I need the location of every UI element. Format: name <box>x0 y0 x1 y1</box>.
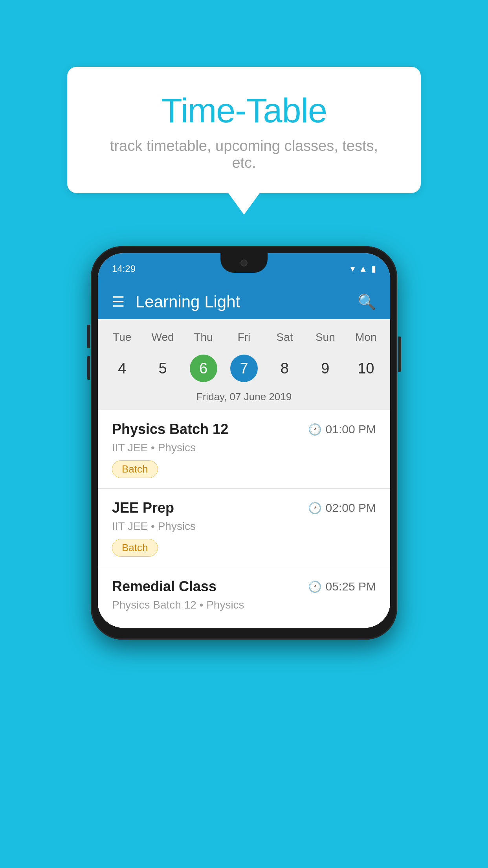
status-icons: ▾ ▲ ▮ <box>350 264 376 274</box>
app-header: ☰ Learning Light 🔍 <box>98 285 390 319</box>
volume-up-button <box>87 325 90 348</box>
class-time-3: 05:25 PM <box>326 580 376 593</box>
class-time-wrapper-1: 🕐 01:00 PM <box>308 423 376 436</box>
day-4[interactable]: 4 <box>102 351 142 385</box>
day-header-sun: Sun <box>305 327 345 348</box>
class-meta-3: Physics Batch 12 • Physics <box>112 599 376 611</box>
class-name-1: Physics Batch 12 <box>112 421 228 438</box>
day-header-thu: Thu <box>183 327 224 348</box>
clock-icon-1: 🕐 <box>308 423 322 436</box>
bubble-arrow <box>228 193 260 215</box>
day-10[interactable]: 10 <box>346 351 386 385</box>
wifi-icon: ▾ <box>350 264 355 274</box>
class-time-1: 01:00 PM <box>326 423 376 436</box>
battery-icon: ▮ <box>371 264 376 274</box>
bubble-title: Time-Table <box>99 90 389 131</box>
volume-down-button <box>87 356 90 380</box>
class-item-top-2: JEE Prep 🕐 02:00 PM <box>112 500 376 516</box>
speech-bubble-section: Time-Table track timetable, upcoming cla… <box>67 67 421 215</box>
class-time-wrapper-2: 🕐 02:00 PM <box>308 501 376 515</box>
day-header-sat: Sat <box>264 327 305 348</box>
class-item-top-3: Remedial Class 🕐 05:25 PM <box>112 578 376 595</box>
day-8[interactable]: 8 <box>264 351 305 385</box>
menu-icon[interactable]: ☰ <box>112 295 125 309</box>
class-item-jee-prep[interactable]: JEE Prep 🕐 02:00 PM IIT JEE • Physics Ba… <box>98 489 390 567</box>
class-time-2: 02:00 PM <box>326 501 376 515</box>
signal-icon: ▲ <box>359 264 367 274</box>
day-header-fri: Fri <box>224 327 264 348</box>
class-item-physics-batch[interactable]: Physics Batch 12 🕐 01:00 PM IIT JEE • Ph… <box>98 410 390 489</box>
class-item-remedial[interactable]: Remedial Class 🕐 05:25 PM Physics Batch … <box>98 567 390 628</box>
search-icon[interactable]: 🔍 <box>358 293 376 311</box>
status-time: 14:29 <box>112 263 136 274</box>
day-5[interactable]: 5 <box>142 351 183 385</box>
class-name-2: JEE Prep <box>112 500 174 516</box>
selected-date-label: Friday, 07 June 2019 <box>98 385 390 410</box>
day-numbers: 4 5 6 7 8 9 <box>98 348 390 385</box>
day-9[interactable]: 9 <box>305 351 345 385</box>
class-item-top-1: Physics Batch 12 🕐 01:00 PM <box>112 421 376 438</box>
class-name-3: Remedial Class <box>112 578 216 595</box>
classes-list: Physics Batch 12 🕐 01:00 PM IIT JEE • Ph… <box>98 410 390 628</box>
clock-icon-2: 🕐 <box>308 502 322 515</box>
notch <box>220 253 268 273</box>
day-header-wed: Wed <box>142 327 183 348</box>
phone-mockup: 14:29 ▾ ▲ ▮ ☰ Learning Light 🔍 <box>91 246 397 640</box>
day-header-mon: Mon <box>346 327 386 348</box>
calendar-section: Tue Wed Thu Fri Sat Sun Mon 4 5 <box>98 319 390 410</box>
batch-tag-1: Batch <box>112 460 158 478</box>
status-bar: 14:29 ▾ ▲ ▮ <box>98 253 390 285</box>
day-header-tue: Tue <box>102 327 142 348</box>
app-title: Learning Light <box>136 292 240 311</box>
day-7-selected[interactable]: 7 <box>224 351 264 385</box>
clock-icon-3: 🕐 <box>308 580 322 593</box>
speech-bubble-card: Time-Table track timetable, upcoming cla… <box>67 67 421 193</box>
phone-frame: 14:29 ▾ ▲ ▮ ☰ Learning Light 🔍 <box>91 246 397 640</box>
class-time-wrapper-3: 🕐 05:25 PM <box>308 580 376 593</box>
phone-screen: 14:29 ▾ ▲ ▮ ☰ Learning Light 🔍 <box>98 253 390 628</box>
day-6-today[interactable]: 6 <box>183 351 224 385</box>
day-headers: Tue Wed Thu Fri Sat Sun Mon <box>98 327 390 348</box>
bubble-subtitle: track timetable, upcoming classes, tests… <box>99 138 389 171</box>
class-meta-1: IIT JEE • Physics <box>112 441 376 454</box>
header-left: ☰ Learning Light <box>112 292 240 311</box>
power-button <box>398 337 401 372</box>
batch-tag-2: Batch <box>112 539 158 557</box>
camera <box>240 259 248 267</box>
class-meta-2: IIT JEE • Physics <box>112 520 376 533</box>
